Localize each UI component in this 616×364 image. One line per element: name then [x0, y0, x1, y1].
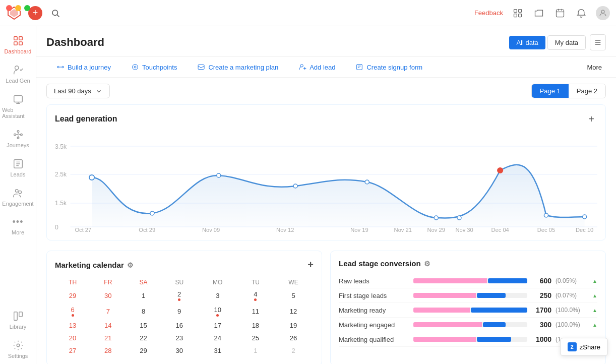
cal-cell[interactable]: 17 [198, 319, 238, 332]
svg-text:Oct 29: Oct 29 [139, 227, 155, 232]
folder-icon[interactable] [532, 7, 545, 20]
sidebar-item-library[interactable]: Library [0, 306, 36, 335]
cal-cell[interactable]: 10 [198, 304, 238, 319]
lsc-settings-icon[interactable]: ⚙ [424, 260, 430, 268]
mac-maximize-dot[interactable] [24, 5, 30, 11]
svg-point-56 [434, 216, 438, 220]
lsc-bar-pink [413, 322, 482, 327]
dashboard-content: Dashboard All data My data [36, 26, 616, 364]
chart-title: Lead generation [55, 114, 117, 124]
sidebar-item-label: Leads [11, 171, 26, 177]
cal-cell[interactable]: 26 [273, 332, 314, 344]
cal-cell[interactable]: 25 [238, 332, 273, 344]
mac-minimize-dot[interactable] [15, 5, 21, 11]
cal-cell[interactable]: 14 [90, 319, 126, 332]
notifications-icon[interactable] [575, 7, 588, 20]
create-signup-form-action[interactable]: Create signup form [345, 57, 433, 77]
cal-cell[interactable]: 30 [161, 344, 198, 357]
sidebar-item-engagement[interactable]: Engagement [0, 183, 36, 212]
cal-cell[interactable]: 9 [161, 304, 198, 319]
chart-add-button[interactable]: + [585, 113, 597, 125]
svg-point-58 [498, 168, 503, 173]
all-data-button[interactable]: All data [509, 36, 545, 49]
cal-cell[interactable]: 29 [55, 288, 90, 304]
cal-cell[interactable]: 12 [273, 304, 314, 319]
user-avatar[interactable] [596, 6, 610, 20]
zshare-button[interactable]: z zShare [560, 338, 608, 356]
cal-cell[interactable]: 31 [198, 344, 238, 357]
calendar-add-button[interactable]: + [307, 259, 314, 271]
create-marketing-plan-label: Create a marketing plan [208, 64, 278, 71]
lsc-bar-blue [471, 308, 527, 313]
page2-button[interactable]: Page 2 [569, 84, 605, 98]
cal-cell[interactable]: 2 [161, 288, 198, 304]
templates-icon[interactable] [511, 7, 524, 20]
lsc-bar-mqualified [413, 337, 527, 342]
create-marketing-plan-action[interactable]: Create a marketing plan [187, 57, 288, 77]
sidebar-item-journeys[interactable]: Journeys [0, 124, 36, 153]
cal-cell[interactable]: 15 [126, 319, 161, 332]
svg-point-53 [217, 173, 221, 177]
page1-button[interactable]: Page 1 [532, 84, 569, 98]
add-button[interactable]: + [28, 6, 42, 20]
sidebar-item-dashboard[interactable]: Dashboard [0, 30, 36, 59]
cal-cell[interactable]: 2 [273, 344, 314, 357]
cal-cell[interactable]: 6 [55, 304, 90, 319]
cal-day-su: SU [161, 277, 198, 288]
lsc-bar-pink [413, 293, 476, 298]
svg-point-35 [134, 66, 136, 68]
cal-cell[interactable]: 19 [273, 319, 314, 332]
svg-rect-5 [519, 9, 522, 12]
chart-view-button[interactable] [590, 34, 606, 50]
cal-cell[interactable]: 1 [238, 344, 273, 357]
feedback-button[interactable]: Feedback [474, 9, 503, 17]
cal-cell[interactable]: 21 [90, 332, 126, 344]
svg-rect-27 [19, 312, 22, 317]
cal-cell[interactable]: 23 [161, 332, 198, 344]
build-journey-label: Build a journey [68, 64, 111, 71]
cal-cell[interactable]: 30 [90, 288, 126, 304]
svg-rect-16 [19, 42, 22, 45]
cal-cell[interactable]: 3 [198, 288, 238, 304]
cal-cell[interactable]: 7 [90, 304, 126, 319]
more-actions-button[interactable]: More [583, 57, 606, 77]
sidebar-item-leadgen[interactable]: Lead Gen [0, 59, 36, 89]
calendar-settings-icon[interactable]: ⚙ [127, 261, 134, 269]
cal-cell[interactable]: 11 [238, 304, 273, 319]
cal-cell[interactable]: 13 [55, 319, 90, 332]
sidebar-item-leads[interactable]: Leads [0, 153, 36, 183]
sidebar-item-webassistant[interactable]: Web Assistant [0, 89, 36, 124]
cal-cell[interactable]: 16 [161, 319, 198, 332]
cal-cell[interactable]: 4 [238, 288, 273, 304]
cal-cell[interactable]: 28 [90, 344, 126, 357]
touchpoints-action[interactable]: Touchpoints [121, 57, 187, 77]
sidebar-item-label: Dashboard [5, 48, 32, 54]
svg-point-17 [15, 66, 18, 70]
cal-cell[interactable]: 22 [126, 332, 161, 344]
cal-cell[interactable]: 20 [55, 332, 90, 344]
cal-cell[interactable]: 29 [126, 344, 161, 357]
top-bar: + Feedback [0, 0, 616, 26]
cal-row: 27 28 29 30 31 1 2 [55, 344, 314, 357]
sidebar-item-more[interactable]: ••• More [0, 212, 36, 240]
search-button[interactable] [48, 6, 63, 20]
cal-row: 29 30 1 2 3 4 5 [55, 288, 314, 304]
cal-cell[interactable]: 8 [126, 304, 161, 319]
my-data-button[interactable]: My data [547, 35, 586, 50]
svg-point-60 [583, 215, 587, 219]
mac-close-dot[interactable] [6, 5, 12, 11]
date-filter-dropdown[interactable]: Last 90 days [46, 84, 110, 98]
build-journey-action[interactable]: Build a journey [46, 57, 121, 77]
lsc-bar-pink [413, 308, 470, 313]
cal-cell[interactable]: 5 [273, 288, 314, 304]
sidebar-item-settings[interactable]: Settings [0, 335, 36, 364]
lsc-row-mqualified: Marketing qualified 1000 (1... ▲ [339, 332, 597, 347]
cal-cell[interactable]: 24 [198, 332, 238, 344]
cal-cell[interactable]: 18 [238, 319, 273, 332]
svg-point-51 [89, 175, 94, 180]
calendar-icon[interactable] [553, 7, 567, 20]
cal-cell[interactable]: 1 [126, 288, 161, 304]
add-lead-action[interactable]: Add lead [288, 57, 345, 77]
cal-cell[interactable]: 27 [55, 344, 90, 357]
svg-point-20 [17, 131, 19, 133]
